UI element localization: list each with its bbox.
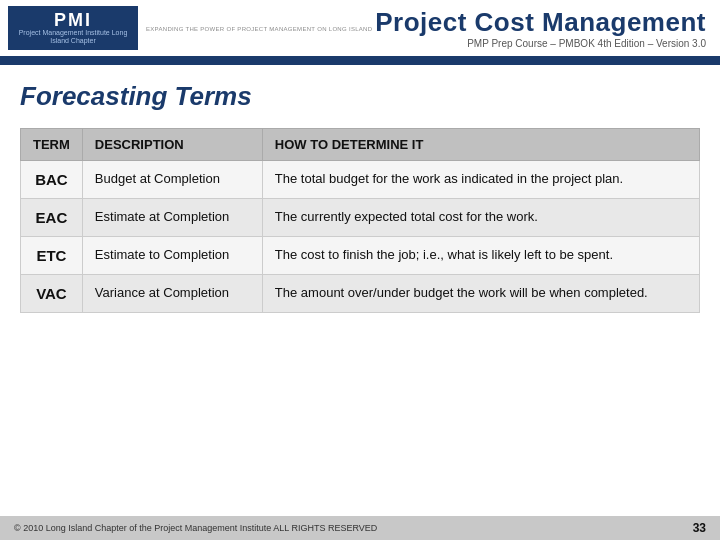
cell-description: Estimate to Completion xyxy=(82,237,262,275)
cell-term: BAC xyxy=(21,161,83,199)
table-row: BACBudget at CompletionThe total budget … xyxy=(21,161,700,199)
table-header-row: TERM DESCRIPTION HOW TO DETERMINE IT xyxy=(21,129,700,161)
logo-tagline: EXPANDING THE POWER OF PROJECT MANAGEMEN… xyxy=(146,26,372,32)
logo-subtitle: Project Management Institute Long Island… xyxy=(12,29,134,46)
col-description: DESCRIPTION xyxy=(82,129,262,161)
col-how: HOW TO DETERMINE IT xyxy=(262,129,699,161)
footer-copyright: © 2010 Long Island Chapter of the Projec… xyxy=(14,523,377,533)
main-content: Forecasting Terms TERM DESCRIPTION HOW T… xyxy=(0,65,720,323)
header: PMI Project Management Institute Long Is… xyxy=(0,0,720,59)
page-title: Project Cost Management xyxy=(375,7,706,38)
col-term: TERM xyxy=(21,129,83,161)
cell-description: Variance at Completion xyxy=(82,275,262,313)
table-row: EACEstimate at CompletionThe currently e… xyxy=(21,199,700,237)
pmi-text: PMI xyxy=(54,11,92,29)
cell-term: VAC xyxy=(21,275,83,313)
logo-area: PMI Project Management Institute Long Is… xyxy=(8,6,372,50)
cell-how: The amount over/under budget the work wi… xyxy=(262,275,699,313)
forecasting-terms-table: TERM DESCRIPTION HOW TO DETERMINE IT BAC… xyxy=(20,128,700,313)
pmi-logo: PMI Project Management Institute Long Is… xyxy=(8,6,138,50)
cell-term: EAC xyxy=(21,199,83,237)
table-row: VACVariance at CompletionThe amount over… xyxy=(21,275,700,313)
page-subtitle: PMP Prep Course – PMBOK 4th Edition – Ve… xyxy=(375,38,706,49)
footer: © 2010 Long Island Chapter of the Projec… xyxy=(0,516,720,540)
cell-how: The total budget for the work as indicat… xyxy=(262,161,699,199)
cell-how: The currently expected total cost for th… xyxy=(262,199,699,237)
header-title-area: Project Cost Management PMP Prep Course … xyxy=(375,7,706,49)
footer-page-number: 33 xyxy=(693,521,706,535)
table-row: ETCEstimate to CompletionThe cost to fin… xyxy=(21,237,700,275)
section-heading: Forecasting Terms xyxy=(20,81,700,112)
cell-description: Budget at Completion xyxy=(82,161,262,199)
cell-term: ETC xyxy=(21,237,83,275)
cell-how: The cost to finish the job; i.e., what i… xyxy=(262,237,699,275)
cell-description: Estimate at Completion xyxy=(82,199,262,237)
